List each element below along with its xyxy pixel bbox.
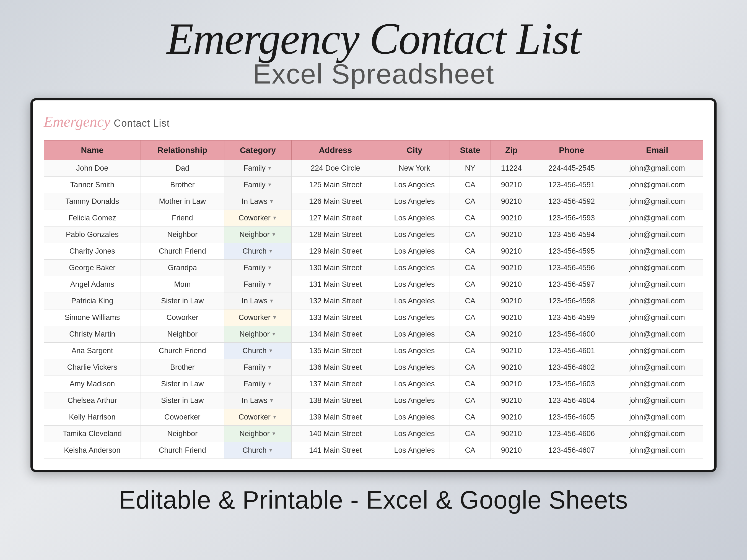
cell-row5-col2[interactable]: Church▼ [224,243,291,260]
cell-row12-col2[interactable]: Family▼ [224,359,291,376]
cell-row0-col2[interactable]: Family▼ [224,160,291,177]
cell-row1-col8: john@gmail.com [611,177,703,193]
cell-row5-col7: 123-456-4595 [532,243,611,260]
cell-row2-col1: Mother in Law [140,193,224,210]
cell-row6-col1: Grandpa [140,260,224,276]
cell-row13-col2[interactable]: Family▼ [224,376,291,393]
cell-row0-col8: john@gmail.com [611,160,703,177]
cell-row16-col2[interactable]: Neighbor▼ [224,426,291,442]
table-row: John DoeDadFamily▼224 Doe CircleNew York… [44,160,703,177]
cell-row12-col8: john@gmail.com [611,359,703,376]
cell-row3-col1: Friend [140,210,224,226]
sub-title: Excel Spreadsheet [0,58,747,90]
cell-row14-col3: 138 Main Street [291,393,379,409]
cell-row17-col0: Keisha Anderson [44,442,141,459]
cell-row15-col2[interactable]: Coworker▼ [224,409,291,426]
cell-row6-col2[interactable]: Family▼ [224,260,291,276]
cell-row3-col2[interactable]: Coworker▼ [224,210,291,226]
cell-row17-col7: 123-456-4607 [532,442,611,459]
cell-row11-col3: 135 Main Street [291,343,379,359]
dropdown-arrow-icon: ▼ [268,348,273,354]
cell-row6-col3: 130 Main Street [291,260,379,276]
cell-row0-col0: John Doe [44,160,141,177]
cell-row2-col2[interactable]: In Laws▼ [224,193,291,210]
cell-row1-col6: 90210 [491,177,532,193]
cell-row11-col7: 123-456-4601 [532,343,611,359]
cell-row13-col1: Sister in Law [140,376,224,393]
dropdown-arrow-icon: ▼ [269,398,274,403]
cell-row11-col2[interactable]: Church▼ [224,343,291,359]
cell-row10-col3: 134 Main Street [291,326,379,343]
cell-row1-col3: 125 Main Street [291,177,379,193]
cell-row2-col0: Tammy Donalds [44,193,141,210]
cell-row7-col8: john@gmail.com [611,276,703,293]
cell-row7-col4: Los Angeles [379,276,449,293]
cell-row2-col3: 126 Main Street [291,193,379,210]
main-title: Emergency Contact List [0,17,747,61]
cell-row1-col4: Los Angeles [379,177,449,193]
dropdown-arrow-icon: ▼ [268,448,273,453]
cell-row6-col0: George Baker [44,260,141,276]
cell-row0-col5: NY [449,160,491,177]
cell-row10-col5: CA [449,326,491,343]
cell-row8-col6: 90210 [491,293,532,310]
category-label: Neighbor [239,330,270,339]
cell-row15-col8: john@gmail.com [611,409,703,426]
cell-row8-col4: Los Angeles [379,293,449,310]
cell-row5-col6: 90210 [491,243,532,260]
cell-row2-col6: 90210 [491,193,532,210]
cell-row17-col2[interactable]: Church▼ [224,442,291,459]
cell-row14-col7: 123-456-4604 [532,393,611,409]
cell-row2-col8: john@gmail.com [611,193,703,210]
table-row: Tanner SmithBrotherFamily▼125 Main Stree… [44,177,703,193]
cell-row1-col2[interactable]: Family▼ [224,177,291,193]
cell-row4-col2[interactable]: Neighbor▼ [224,226,291,243]
cell-row7-col6: 90210 [491,276,532,293]
cell-row8-col5: CA [449,293,491,310]
cell-row14-col2[interactable]: In Laws▼ [224,393,291,409]
cell-row9-col2[interactable]: Coworker▼ [224,310,291,326]
cell-row15-col0: Kelly Harrison [44,409,141,426]
cell-row8-col8: john@gmail.com [611,293,703,310]
cell-row6-col8: john@gmail.com [611,260,703,276]
col-header-city: City [379,140,449,160]
cell-row4-col3: 128 Main Street [291,226,379,243]
dropdown-arrow-icon: ▼ [268,248,273,254]
cell-row10-col2[interactable]: Neighbor▼ [224,326,291,343]
cell-row12-col5: CA [449,359,491,376]
cell-row16-col7: 123-456-4606 [532,426,611,442]
dropdown-arrow-icon: ▼ [267,182,272,188]
cell-row14-col0: Chelsea Arthur [44,393,141,409]
cell-row9-col0: Simone Williams [44,310,141,326]
cell-row7-col2[interactable]: Family▼ [224,276,291,293]
cell-row15-col6: 90210 [491,409,532,426]
cell-row17-col6: 90210 [491,442,532,459]
table-header-row: Name Relationship Category Address City … [44,140,703,160]
dropdown-arrow-icon: ▼ [272,431,276,437]
cell-row3-col4: Los Angeles [379,210,449,226]
contact-table: Name Relationship Category Address City … [44,140,703,459]
cell-row11-col1: Church Friend [140,343,224,359]
cell-row8-col2[interactable]: In Laws▼ [224,293,291,310]
cell-row14-col1: Sister in Law [140,393,224,409]
bottom-label: Editable & Printable - Excel & Google Sh… [119,472,628,523]
sheet-logo-emergency: Emergency [44,113,110,130]
cell-row15-col5: CA [449,409,491,426]
cell-row16-col4: Los Angeles [379,426,449,442]
cell-row12-col3: 136 Main Street [291,359,379,376]
table-row: George BakerGrandpaFamily▼130 Main Stree… [44,260,703,276]
category-label: Neighbor [239,230,270,239]
cell-row15-col4: Los Angeles [379,409,449,426]
cell-row14-col6: 90210 [491,393,532,409]
table-row: Ana SargentChurch FriendChurch▼135 Main … [44,343,703,359]
cell-row9-col1: Coworker [140,310,224,326]
dropdown-arrow-icon: ▼ [267,365,272,370]
cell-row17-col3: 141 Main Street [291,442,379,459]
dropdown-arrow-icon: ▼ [272,331,276,337]
cell-row8-col7: 123-456-4598 [532,293,611,310]
category-label: Church [242,347,266,355]
table-row: Pablo GonzalesNeighborNeighbor▼128 Main … [44,226,703,243]
sheet-logo-contact: Contact List [114,117,170,129]
cell-row8-col3: 132 Main Street [291,293,379,310]
cell-row13-col4: Los Angeles [379,376,449,393]
